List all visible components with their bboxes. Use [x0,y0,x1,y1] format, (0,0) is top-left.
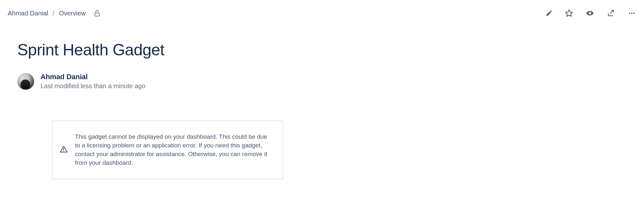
svg-point-7 [63,151,64,151]
svg-rect-0 [95,13,99,16]
star-icon [565,9,573,17]
breadcrumb-page-link[interactable]: Overview [59,10,86,17]
gadget-error-message: This gadget cannot be displayed on your … [75,133,274,167]
edit-button[interactable] [546,10,553,17]
breadcrumb: Ahmad Danial / Overview [8,9,101,17]
svg-marker-1 [566,10,573,16]
byline-text: Ahmad Danial Last modified less than a m… [41,73,145,90]
author-avatar[interactable] [17,73,34,90]
breadcrumb-separator: / [53,10,55,17]
page-action-bar [546,9,636,17]
svg-point-3 [629,13,630,14]
svg-point-5 [633,13,635,14]
last-modified-text: Last modified less than a minute ago [41,82,145,90]
favorite-button[interactable] [565,9,573,17]
gadget-error-panel: This gadget cannot be displayed on your … [52,121,283,179]
unlocked-icon[interactable] [94,9,101,17]
more-actions-button[interactable] [627,9,636,17]
breadcrumb-space-link[interactable]: Ahmad Danial [8,10,48,17]
top-bar: Ahmad Danial / Overview [8,6,636,20]
svg-point-4 [631,13,632,14]
pencil-icon [546,10,553,17]
byline: Ahmad Danial Last modified less than a m… [17,73,636,90]
share-icon [607,9,615,17]
eye-icon [585,9,594,17]
share-button[interactable] [607,9,615,17]
warning-icon [60,145,68,155]
ellipsis-icon [627,9,636,17]
author-name[interactable]: Ahmad Danial [41,73,145,81]
watch-button[interactable] [585,9,594,17]
svg-line-2 [610,10,613,14]
page-title: Sprint Health Gadget [17,41,636,59]
